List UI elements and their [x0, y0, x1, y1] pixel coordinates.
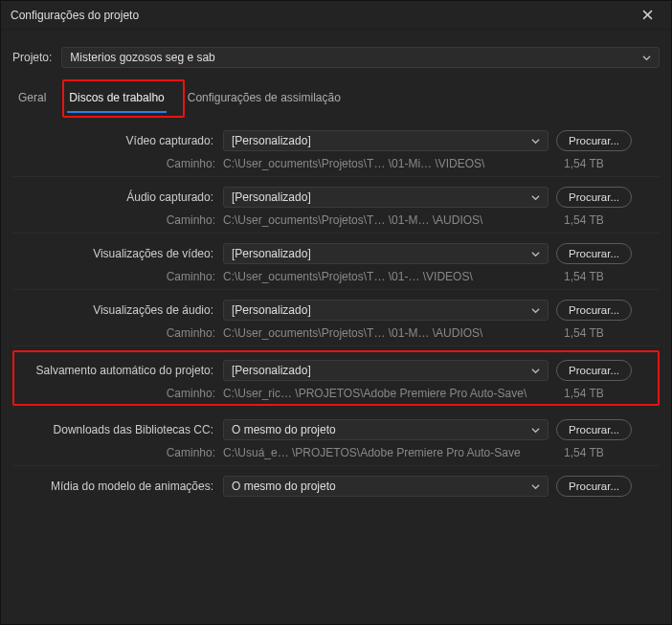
label-video-captured: Vídeo capturado: [14, 134, 215, 147]
chevron-down-icon [531, 482, 540, 491]
path-value: C:\User_ocuments\Projetos\T… \01-Mi… \VI… [223, 157, 549, 170]
project-selector-row: Projeto: Misterios gozosos seg e sab [12, 47, 660, 68]
close-icon[interactable] [633, 1, 661, 30]
chevron-down-icon [531, 137, 540, 145]
project-dropdown[interactable]: Misterios gozosos seg e sab [61, 47, 660, 68]
section-cc-libraries: Downloads das Bibliotecas CC: O mesmo do… [12, 410, 660, 466]
section-audio-previews: Visualizações de áudio: [Personalizado] … [12, 290, 660, 346]
chevron-down-icon [531, 306, 540, 315]
tabs: Geral Discos de trabalho Configurações d… [12, 85, 660, 113]
tab-discos[interactable]: Discos de trabalho [67, 85, 166, 112]
section-autosave-highlight: Salvamento automático do projeto: [Perso… [12, 350, 660, 406]
chevron-down-icon [531, 426, 540, 435]
path-label: Caminho: [14, 326, 215, 340]
titlebar: Configurações do projeto [1, 1, 671, 30]
label-audio-previews: Visualizações de áudio: [14, 303, 215, 317]
chevron-down-icon [531, 193, 540, 202]
browse-button[interactable]: Procurar... [556, 419, 632, 440]
label-autosave: Salvamento automático do projeto: [14, 364, 215, 377]
chevron-down-icon [531, 250, 540, 258]
tab-geral[interactable]: Geral [16, 85, 48, 112]
label-cc-libraries: Downloads das Bibliotecas CC: [14, 423, 215, 436]
path-label: Caminho: [14, 446, 215, 459]
path-label: Caminho: [14, 270, 215, 283]
dropdown-autosave[interactable]: [Personalizado] [223, 360, 549, 381]
project-label: Projeto: [12, 51, 52, 64]
tab-assimilacao[interactable]: Configurações de assimilação [186, 85, 343, 112]
browse-button[interactable]: Procurar... [556, 187, 632, 208]
path-value: C:\User_ocuments\Projetos\T… \01-M… \AUD… [223, 326, 549, 340]
disk-size: 1,54 TB [556, 446, 604, 459]
dropdown-cc-libraries[interactable]: O mesmo do projeto [223, 419, 549, 440]
scratch-disks-panel: Vídeo capturado: [Personalizado] Procura… [12, 113, 660, 508]
chevron-down-icon [531, 367, 540, 375]
window-title: Configurações do projeto [11, 9, 139, 22]
disk-size: 1,54 TB [556, 213, 604, 227]
path-label: Caminho: [14, 213, 215, 227]
disk-size: 1,54 TB [556, 326, 604, 340]
browse-button[interactable]: Procurar... [556, 243, 632, 264]
browse-button[interactable]: Procurar... [556, 130, 632, 151]
section-audio-captured: Áudio capturado: [Personalizado] Procura… [12, 177, 660, 234]
dropdown-video-captured[interactable]: [Personalizado] [223, 130, 549, 151]
path-label: Caminho: [14, 387, 215, 400]
path-value: C:\Usuá_e… \PROJETOS\Adobe Premiere Pro … [223, 446, 549, 459]
disk-size: 1,54 TB [556, 270, 604, 283]
project-dropdown-value: Misterios gozosos seg e sab [70, 51, 214, 64]
path-value: C:\User_ocuments\Projetos\T… \01-M… \AUD… [223, 213, 549, 227]
path-label: Caminho: [14, 157, 215, 170]
browse-button[interactable]: Procurar... [556, 360, 632, 381]
browse-button[interactable]: Procurar... [556, 300, 632, 321]
section-video-previews: Visualizações de vídeo: [Personalizado] … [12, 234, 660, 290]
label-mogrt: Mídia do modelo de animações: [14, 480, 215, 493]
dropdown-audio-captured[interactable]: [Personalizado] [223, 187, 549, 208]
dropdown-video-previews[interactable]: [Personalizado] [223, 243, 549, 264]
disk-size: 1,54 TB [556, 387, 604, 400]
section-video-captured: Vídeo capturado: [Personalizado] Procura… [12, 121, 660, 177]
section-mogrt: Mídia do modelo de animações: O mesmo do… [12, 466, 660, 508]
disk-size: 1,54 TB [556, 157, 604, 170]
dropdown-mogrt[interactable]: O mesmo do projeto [223, 476, 549, 497]
path-value: C:\User_ric… \PROJETOS\Adobe Premiere Pr… [223, 387, 549, 400]
project-settings-window: Configurações do projeto Projeto: Mister… [0, 0, 672, 625]
chevron-down-icon [642, 54, 651, 62]
label-video-previews: Visualizações de vídeo: [14, 247, 215, 260]
browse-button[interactable]: Procurar... [556, 476, 632, 497]
label-audio-captured: Áudio capturado: [14, 190, 215, 204]
dropdown-audio-previews[interactable]: [Personalizado] [223, 300, 549, 321]
path-value: C:\User_ocuments\Projetos\T… \01-… \VIDE… [223, 270, 549, 283]
